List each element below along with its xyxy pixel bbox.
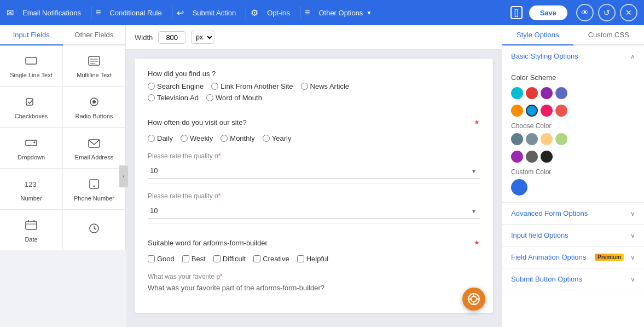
svg-rect-1 (89, 56, 100, 65)
color-red[interactable] (526, 87, 538, 99)
close-button[interactable]: ✕ (620, 4, 637, 21)
optins-icon: ⚙ (251, 8, 258, 18)
color-grid-row4 (511, 151, 635, 163)
rate2-header: Please rate the quality o* (148, 192, 480, 200)
field-checkboxes[interactable]: Checkboxes (0, 87, 62, 127)
color-light-green[interactable] (555, 133, 567, 145)
field-dropdown[interactable]: Dropdown (0, 128, 62, 168)
field-phone[interactable]: Phone Number (63, 169, 125, 209)
color-blue-grey[interactable] (511, 133, 523, 145)
accordion-advanced-form: Advanced Form Options ∨ (502, 203, 644, 225)
field-email[interactable]: Email Address (63, 128, 125, 168)
option-news-article[interactable]: News Article (301, 82, 350, 90)
color-cyan[interactable] (511, 87, 523, 99)
basic-styling-header[interactable]: Basic Styling Options ∧ (502, 45, 644, 67)
accordion-input-field: Input field Options ∨ (502, 225, 644, 246)
field-number-label: Number (20, 195, 42, 202)
field-single-line[interactable]: Single Line Text (0, 45, 62, 86)
bracket-button[interactable]: [] (510, 6, 523, 19)
unit-select[interactable]: px % (191, 31, 214, 44)
option-difficult[interactable]: Difficult (213, 255, 246, 263)
refresh-button[interactable]: ↺ (598, 4, 616, 21)
dropdown-icon (24, 135, 39, 151)
help-button[interactable] (462, 288, 485, 311)
form-section-rate2: Please rate the quality o* 10 (148, 192, 480, 223)
nav-submit-action[interactable]: Submit Action (187, 5, 242, 20)
form-section-favorite: What was your favorite p* What was your … (148, 273, 480, 292)
svg-rect-12 (26, 221, 37, 230)
field-time[interactable] (63, 210, 125, 250)
custom-color-swatch[interactable] (511, 179, 527, 196)
svg-line-18 (94, 228, 96, 230)
tab-input-fields[interactable]: Input Fields (0, 25, 63, 45)
advanced-form-header[interactable]: Advanced Form Options ∨ (502, 203, 644, 224)
custom-color-label: Custom Color (511, 168, 635, 176)
email-icon (86, 135, 102, 151)
color-light-red[interactable] (555, 105, 567, 117)
rate2-dropdown[interactable]: 10 (148, 203, 480, 219)
color-black[interactable] (541, 151, 553, 163)
tab-other-fields[interactable]: Other Fields (63, 25, 126, 44)
field-date[interactable]: Date (0, 210, 62, 250)
option-search-engine[interactable]: Search Engine (148, 82, 204, 90)
option-helpful[interactable]: Helpful (297, 255, 328, 263)
preview-button[interactable]: 👁 (576, 4, 594, 21)
option-monthly[interactable]: Monthly (221, 134, 255, 142)
favorite-label: What was your favorite p* (148, 273, 223, 280)
color-indigo[interactable] (555, 87, 567, 99)
option-weekly[interactable]: Weekly (181, 134, 213, 142)
svg-point-7 (92, 100, 96, 104)
color-dark-grey[interactable] (526, 151, 538, 163)
nav-conditional-rule[interactable]: Conditional Rule (104, 5, 167, 20)
time-icon (86, 221, 102, 236)
how-often-options: Daily Weekly Monthly Yearly (148, 134, 480, 142)
find-us-options-2: Television Ad Word of Mouth (148, 94, 480, 102)
multiline-icon (86, 53, 102, 68)
color-orange[interactable] (511, 105, 523, 117)
width-input[interactable] (158, 31, 185, 44)
color-deep-purple[interactable] (511, 151, 523, 163)
option-television-ad[interactable]: Television Ad (148, 94, 199, 102)
nav-email-notifications[interactable]: Email Notifications (17, 5, 86, 20)
sidebar-collapse-button[interactable]: ‹ (119, 165, 128, 187)
single-line-icon (24, 53, 39, 68)
submit-button-header[interactable]: Submit Button Options ∨ (502, 268, 644, 290)
nav-separator-4 (300, 6, 300, 19)
option-good[interactable]: Good (148, 255, 175, 263)
rate1-dropdown[interactable]: 10 (148, 163, 480, 179)
nav-optins[interactable]: Opt-ins (262, 5, 295, 20)
color-blue-selected[interactable] (526, 105, 538, 117)
option-daily[interactable]: Daily (148, 134, 173, 142)
option-best[interactable]: Best (182, 255, 206, 263)
field-radio[interactable]: Radio Buttons (63, 87, 125, 127)
color-pink[interactable] (541, 105, 553, 117)
field-animation-header[interactable]: Field Animation Options Premium ∨ (502, 246, 644, 268)
nav-separator-2 (172, 6, 172, 19)
submit-icon: ↩ (177, 8, 184, 18)
tab-custom-css[interactable]: Custom CSS (573, 25, 645, 44)
color-scheme-title: Color Scheme (511, 73, 635, 82)
svg-rect-5 (26, 99, 33, 105)
tab-style-options[interactable]: Style Options (502, 25, 573, 45)
option-creative[interactable]: Creative (253, 255, 289, 263)
save-button[interactable]: Save (529, 5, 567, 20)
canvas-header: Width px % (126, 25, 502, 50)
color-peach[interactable] (541, 133, 553, 145)
submit-button-title: Submit Button Options (511, 275, 582, 283)
nav-separator (91, 6, 91, 19)
field-number[interactable]: 123 Number (0, 169, 62, 209)
input-field-header[interactable]: Input field Options ∨ (502, 225, 644, 246)
color-grey[interactable] (526, 133, 538, 145)
favorite-header: What was your favorite p* (148, 273, 480, 280)
field-multiline[interactable]: Multiline Text (63, 45, 125, 86)
option-word-of-mouth[interactable]: Word of Mouth (206, 94, 262, 102)
advanced-form-chevron: ∨ (630, 210, 635, 217)
top-nav: ✉ Email Notifications ≡ Conditional Rule… (0, 0, 644, 25)
nav-other-options[interactable]: Other Options ▼ (313, 5, 377, 20)
word-label: Suitable word for arforms-form-builder (148, 239, 268, 247)
accordion-field-animation: Field Animation Options Premium ∨ (502, 246, 644, 268)
option-link-another-site[interactable]: Link From Another Site (211, 82, 293, 90)
option-yearly[interactable]: Yearly (263, 134, 292, 142)
advanced-form-title: Advanced Form Options (511, 209, 588, 217)
color-purple[interactable] (541, 87, 553, 99)
